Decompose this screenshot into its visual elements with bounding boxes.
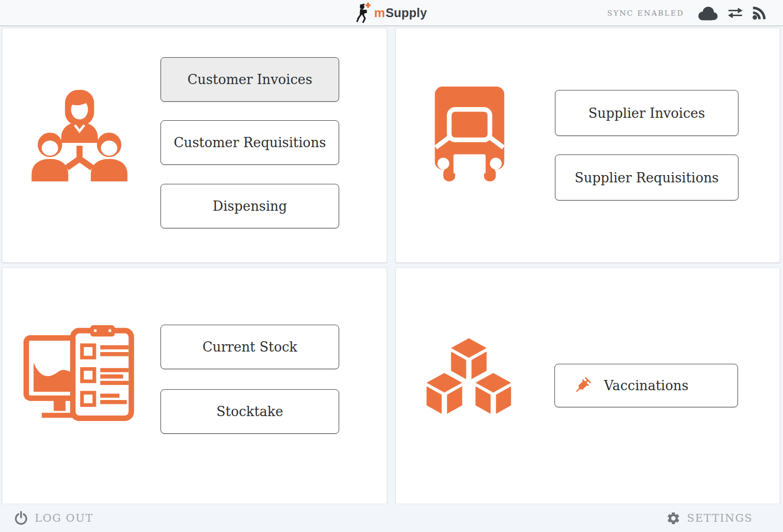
customer-requisitions-button[interactable]: Customer Requisitions (161, 120, 339, 165)
customer-invoices-button[interactable]: Customer Invoices (161, 57, 339, 102)
logo-text-m: m (374, 6, 385, 20)
truck-icon (427, 78, 512, 190)
current-stock-button[interactable]: Current Stock (161, 325, 339, 369)
sync-arrows-icon[interactable] (727, 6, 743, 20)
stock-report-icon (20, 325, 138, 421)
supplier-invoices-button[interactable]: Supplier Invoices (555, 90, 738, 136)
header-status-cluster: SYNC ENABLED (607, 0, 767, 26)
gear-icon (666, 511, 681, 526)
syringe-icon (574, 377, 591, 395)
vaccinations-button-label: Vaccinations (604, 378, 688, 393)
stocktake-button[interactable]: Stocktake (161, 389, 339, 434)
logo-text-supply: Supply (386, 6, 427, 20)
panel-vaccines: Vaccinations (395, 267, 780, 504)
panel-stock: Current Stock Stocktake (2, 267, 387, 504)
vaccinations-button[interactable]: Vaccinations (554, 364, 738, 407)
settings-button[interactable]: SETTINGS (666, 511, 753, 526)
log-out-label: LOG OUT (35, 512, 93, 524)
dispensing-button[interactable]: Dispensing (161, 184, 339, 228)
log-out-button[interactable]: LOG OUT (14, 511, 93, 526)
panel-supplier: Supplier Invoices Supplier Requisitions (395, 28, 780, 263)
power-icon (14, 511, 28, 526)
cloud-icon[interactable] (696, 5, 719, 21)
msupply-logo: mSupply (356, 2, 427, 23)
app-header: mSupply SYNC ENABLED (0, 0, 783, 26)
running-man-icon (356, 2, 372, 23)
cubes-icon (420, 331, 518, 422)
customers-icon (22, 88, 138, 181)
supplier-requisitions-button[interactable]: Supplier Requisitions (555, 155, 738, 200)
wifi-icon[interactable] (752, 5, 767, 21)
settings-label: SETTINGS (687, 512, 753, 524)
app-footer: LOG OUT SETTINGS (0, 504, 783, 532)
panel-customer: Customer Invoices Customer Requisitions … (2, 28, 387, 263)
sync-status-label: SYNC ENABLED (607, 9, 684, 18)
